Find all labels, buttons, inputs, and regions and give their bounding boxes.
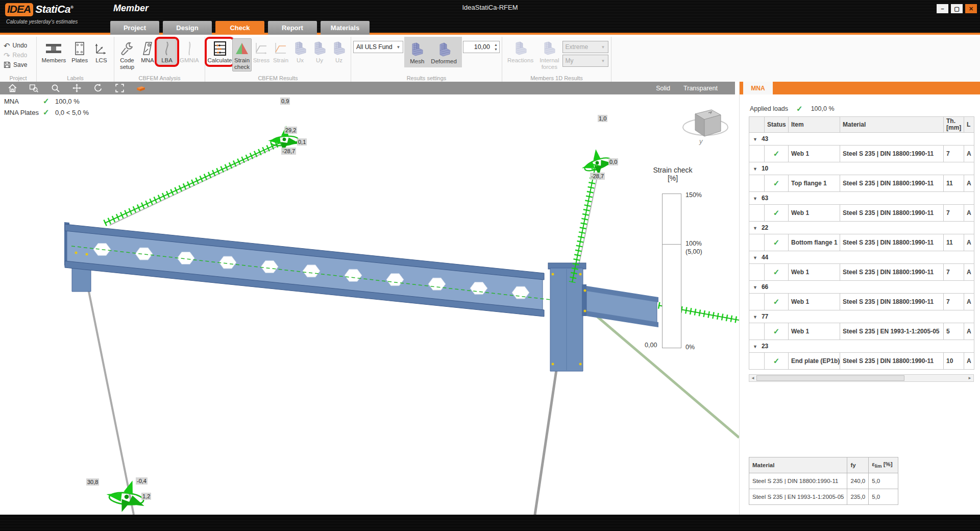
abacus-icon [212,41,228,56]
group-row[interactable]: ▼22 [749,222,974,234]
solid-brick-icon[interactable] [136,83,146,93]
calculate-button[interactable]: Calculate [207,38,232,65]
pan-icon[interactable] [71,83,82,93]
material-row[interactable]: Steel S 235 | DIN 18800:1990-11 240,0 5,… [749,473,898,489]
stress-button[interactable]: Stress [252,38,271,65]
tab-check[interactable]: Check [215,21,264,35]
fit-view-icon[interactable] [114,83,125,93]
deformation-ux-icon [292,41,308,56]
group-row[interactable]: ▼63 [749,192,974,205]
table-row[interactable]: ✓Web 1Steel S 235 | DIN 18800:1990-117A [749,264,974,281]
collapse-icon[interactable]: ▼ [753,137,757,142]
deformation-uy-button[interactable]: Uy [310,38,329,65]
scroll-right-icon[interactable]: ► [968,375,972,381]
ux-button[interactable]: Ux [290,38,310,65]
status-name: MNA [4,98,43,105]
panel-tab-bar: MNA [740,82,980,94]
legend-title: Strain check [641,166,705,174]
stepper-up-icon[interactable]: ▲ [494,43,498,46]
axis-y-label: y [699,137,703,145]
minimize-button[interactable]: – [937,4,948,13]
zoom-icon[interactable] [50,83,60,93]
members-button[interactable]: Members [39,38,69,65]
value-label: 0,0 [608,158,618,165]
check-icon: ✓ [773,179,780,187]
internal-forces-button[interactable]: Internal forces [536,38,562,71]
maximize-button[interactable]: ▢ [951,4,963,13]
tab-design[interactable]: Design [163,21,212,35]
panel-tab-mna[interactable]: MNA [743,82,773,94]
group-row[interactable]: ▼43 [749,133,974,146]
my-select[interactable]: My ▼ [562,55,608,67]
tab-materials[interactable]: Materials [321,21,370,35]
stepper-down-icon[interactable]: ▼ [494,47,498,51]
navigation-cube[interactable]: y [680,103,733,147]
group-row[interactable]: ▼77 [749,310,974,323]
mna-button[interactable]: MNA [138,38,157,65]
code-setup-button[interactable]: Code setup [116,38,138,71]
plates-button[interactable]: Plates [69,38,91,65]
check-icon: ✓ [773,238,780,247]
table-row[interactable]: ✓Bottom flange 1Steel S 235 | DIN 18800:… [749,234,974,251]
view-mode-transparent[interactable]: Transparent [683,85,718,92]
value-label: -28,7 [281,148,296,155]
group-row[interactable]: ▼66 [749,281,974,294]
table-horizontal-scrollbar[interactable]: ◄ ► [749,374,974,382]
extreme-select[interactable]: Extreme ▼ [562,41,608,53]
collapse-icon[interactable]: ▼ [753,166,757,172]
undo-icon: ↶ [4,42,10,49]
deformation-uz-button[interactable]: Uz [329,38,349,65]
zoom-window-icon[interactable] [29,83,39,93]
table-header-row: Status Item Material Th.[mm] L [749,117,974,133]
strain-button[interactable]: Strain [271,38,290,65]
check-icon: ✓ [773,356,780,365]
close-button[interactable]: ✕ [965,4,977,13]
table-row[interactable]: ✓Top flange 1Steel S 235 | DIN 18800:199… [749,175,974,192]
lba-button[interactable]: LBA [157,38,177,65]
gmnia-button[interactable]: GMNIA [177,38,202,65]
save-button[interactable]: Save [2,61,29,69]
ribbon-group-labels: Members Plates LCS Labels [37,37,114,82]
load-combination-select[interactable]: All ULS Fund ▼ [353,41,403,53]
deformed-button[interactable]: Deformed [428,38,460,66]
viewport-3d[interactable]: MNA ✓ 100,0 % MNA Plates ✓ 0,0 < 5,0 % 0… [0,94,739,515]
table-row[interactable]: ✓Web 1Steel S 235 | DIN 18800:1990-117A [749,294,974,310]
table-row[interactable]: ✓Web 1Steel S 235 | DIN 18800:1990-117A [749,146,974,162]
collapse-icon[interactable]: ▼ [753,196,757,201]
deformation-scale-stepper[interactable]: 10,00 ▲ ▼ [463,41,500,53]
table-row[interactable]: ✓Web 1Steel S 235 | EN 1993-1-1:2005-055… [749,323,974,340]
table-row[interactable]: ✓End plate (EP1b)Steel S 235 | DIN 18800… [749,353,974,370]
collapse-icon[interactable]: ▼ [753,315,757,320]
home-view-icon[interactable] [7,83,17,93]
strain-check-button[interactable]: Strain check [232,38,252,71]
lcs-button[interactable]: LCS [91,38,112,65]
tab-report[interactable]: Report [268,21,317,35]
legend-color-bar [662,194,681,348]
material-row[interactable]: Steel S 235 | EN 1993-1-1:2005-05 235,0 … [749,489,898,505]
value-label: 30,8 [86,478,99,486]
table-row[interactable]: ✓Web 1Steel S 235 | DIN 18800:1990-117A [749,205,974,222]
collapse-icon[interactable]: ▼ [753,285,757,290]
value-label: 1,0 [598,115,607,122]
collapse-icon[interactable]: ▼ [753,255,757,260]
results-panel: MNA Applied loads ✓ 100,0 % Status Item … [739,82,980,515]
mesh-button[interactable]: Mesh [406,38,428,66]
view-mode-solid[interactable]: Solid [656,85,670,92]
check-icon: ✓ [796,104,803,113]
lcs-icon [93,41,109,56]
undo-button[interactable]: ↶ Undo [2,41,29,50]
collapse-icon[interactable]: ▼ [753,226,757,231]
group-row[interactable]: ▼44 [749,251,974,264]
group-row[interactable]: ▼23 [749,340,974,353]
redo-button[interactable]: ↷ Redo [2,51,29,59]
tab-project[interactable]: Project [110,21,159,35]
group-label-members-1d: Members 1D Results [502,75,611,81]
group-row[interactable]: ▼10 [749,162,974,175]
collapse-icon[interactable]: ▼ [753,344,757,349]
applied-loads-row: Applied loads ✓ 100,0 % [750,104,835,113]
scrollbar-thumb[interactable] [756,375,904,381]
scroll-left-icon[interactable]: ◄ [751,375,755,381]
rotate-view-icon[interactable] [93,83,103,93]
status-value: 0,0 < 5,0 % [55,109,89,116]
reactions-button[interactable]: Reactions [504,38,536,65]
